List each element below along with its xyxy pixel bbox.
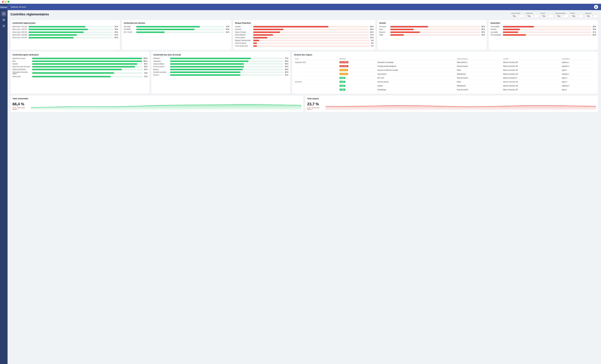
card-conformite-lieux: Conformité des lieux de travail Réfectoi… bbox=[151, 52, 290, 94]
bar-percentage: 100 % bbox=[143, 58, 148, 59]
bar-track bbox=[253, 34, 369, 36]
bar-label: Grave bbox=[379, 29, 390, 30]
filter-select-4[interactable]: Tous ▼ bbox=[570, 14, 583, 18]
bar-track bbox=[136, 26, 225, 27]
bar-percentage: 62 % bbox=[285, 71, 288, 73]
bar-track bbox=[503, 29, 591, 30]
cell-action: Mesure Corrective 236 bbox=[502, 60, 561, 64]
bar-percentage: 12 % bbox=[370, 37, 373, 39]
bar-percentage: 93 % bbox=[144, 66, 148, 68]
filter-select-0[interactable]: Tous ▼ bbox=[511, 14, 524, 18]
bar-row: Garde-corps 71 % bbox=[12, 76, 148, 77]
bar-fill bbox=[253, 42, 257, 44]
bar-track bbox=[32, 69, 143, 70]
bar-track bbox=[136, 31, 225, 33]
bar-percentage: 69 % bbox=[285, 60, 288, 62]
table-row: Validé EPC / EPI Poste de travail 2 Mesu… bbox=[294, 76, 596, 80]
topnav: Tableaux de bord bbox=[8, 4, 601, 10]
bar-track bbox=[170, 69, 283, 70]
bar-percentage: 62 % bbox=[285, 74, 288, 76]
bar-label: Moyenne bbox=[379, 31, 390, 33]
bar-percentage: 23 % bbox=[370, 31, 373, 33]
bar-row: Décret exéc. n°02-427 70 % bbox=[12, 29, 118, 30]
filter-select-5[interactable]: Tous ▼ bbox=[585, 14, 598, 18]
cell-lieu: Atelier bbox=[456, 68, 502, 72]
cell-lieu: Poste de travail 2 bbox=[456, 76, 502, 80]
card-title-total-conformites: Total conformités bbox=[12, 98, 301, 100]
chevron-down-icon: ▼ bbox=[592, 15, 597, 17]
bar-fill bbox=[32, 58, 142, 59]
bar-fill bbox=[390, 29, 414, 30]
bar-fill bbox=[136, 26, 200, 27]
card-exposition: Exposition Très probable 35 % Probable 1… bbox=[489, 20, 598, 50]
cell-action: Mesure Corrective 219 bbox=[502, 72, 561, 76]
title-bar bbox=[0, 0, 601, 4]
page-header: Contrôles réglementaires Lieu de travail… bbox=[10, 12, 598, 18]
filter-group-3: Réglementation Tous ▼ bbox=[555, 12, 569, 18]
bar-percentage: 3 % bbox=[371, 45, 373, 47]
card-conformite-verification: Conformité après vérification Appareils … bbox=[10, 52, 150, 94]
table-row: Septembre 2023 Non résolu Evacuation et … bbox=[294, 60, 596, 64]
bar-percentage: 33 % bbox=[481, 31, 485, 33]
cell-assignee: Ingénieur 3 bbox=[561, 64, 596, 68]
bar-row: Faible 15 % bbox=[379, 34, 485, 36]
chevron-down-icon: ▼ bbox=[577, 15, 582, 17]
bar-label: Risque Machine bbox=[235, 34, 252, 36]
cell-action: Mesure Corrective 67 bbox=[502, 76, 561, 80]
bar-row: Chute de hauteur 3 % bbox=[235, 42, 373, 44]
filter-select-3[interactable]: Tous ▼ bbox=[555, 14, 569, 18]
bar-label: Décret exéc. n°01-342 bbox=[12, 26, 28, 27]
bar-row: Incendie 65 % bbox=[235, 26, 373, 27]
maximize-button[interactable] bbox=[8, 1, 10, 3]
bar-label: Faible bbox=[379, 34, 390, 36]
bar-percentage: 65 % bbox=[285, 66, 288, 68]
sidebar-item-grid[interactable] bbox=[1, 23, 6, 29]
bar-percentage: 66 % bbox=[226, 29, 229, 30]
cell-plan: Août 2023 bbox=[294, 80, 339, 84]
bar-track bbox=[253, 45, 370, 47]
cell-assignee: Agent 4 bbox=[561, 76, 596, 80]
bar-label: Gestion des déchets bbox=[12, 69, 31, 70]
cell-lieu: Hébergement bbox=[456, 72, 502, 76]
card-title-conformite-normes: Conformité aux Normes bbox=[124, 22, 229, 24]
bar-row: Très grave 42 % bbox=[379, 26, 485, 27]
bar-track bbox=[32, 58, 142, 59]
filter-select-2[interactable]: Tous ▼ bbox=[541, 14, 554, 18]
bar-fill bbox=[503, 31, 518, 33]
bar-fill bbox=[32, 66, 135, 68]
cell-assignee: Ingénieur 3 bbox=[561, 84, 596, 88]
bar-row: Réfectoire 71 % bbox=[153, 58, 288, 59]
bar-track bbox=[503, 26, 591, 27]
cell-plan bbox=[294, 72, 339, 76]
bar-label: Décret exéc. n°B0-654 bbox=[12, 31, 28, 33]
bar-row: Laboratoire 69 % bbox=[153, 60, 288, 62]
bar-percentage: 65 % bbox=[370, 26, 373, 27]
sidebar-item-table[interactable] bbox=[1, 17, 6, 22]
filter-label-3: Réglementation bbox=[555, 12, 569, 14]
total-risques-value: 23,7 % bbox=[307, 102, 323, 106]
bar-row: Improbable 17 % bbox=[491, 31, 596, 33]
topnav-title: Tableaux de bord bbox=[10, 6, 26, 8]
bar-fill bbox=[170, 69, 243, 70]
bar-row: Gestion des déchets 81 % bbox=[12, 69, 148, 70]
bar-row: Ergonomie poste de travail 93 % bbox=[12, 66, 148, 68]
bar-label: Bureau 1 bbox=[153, 69, 169, 70]
filter-label-0: Lieu de travail bbox=[511, 12, 524, 14]
filter-select-1[interactable]: Tous ▼ bbox=[526, 14, 539, 18]
bar-percentage: 70 % bbox=[115, 29, 118, 30]
minimize-button[interactable] bbox=[5, 1, 7, 3]
bar-percentage: 19 % bbox=[593, 29, 596, 30]
cell-action: Mesure Corrective 167 bbox=[502, 68, 561, 72]
card-title-conformite-reglementaire: Conformité réglementaire bbox=[12, 22, 118, 24]
sidebar-item-clock[interactable] bbox=[1, 11, 6, 16]
close-button[interactable] bbox=[2, 1, 4, 3]
col-desc bbox=[377, 58, 456, 60]
bar-track bbox=[390, 31, 480, 33]
user-avatar[interactable] bbox=[594, 5, 598, 9]
bar-track bbox=[32, 72, 143, 74]
bar-label: Laboratoire bbox=[153, 60, 169, 62]
cell-badge: Non résolu bbox=[339, 64, 377, 68]
bar-fill bbox=[253, 29, 283, 30]
bar-label: Réfectoire bbox=[153, 58, 169, 59]
bar-label: Explosion bbox=[235, 29, 252, 30]
